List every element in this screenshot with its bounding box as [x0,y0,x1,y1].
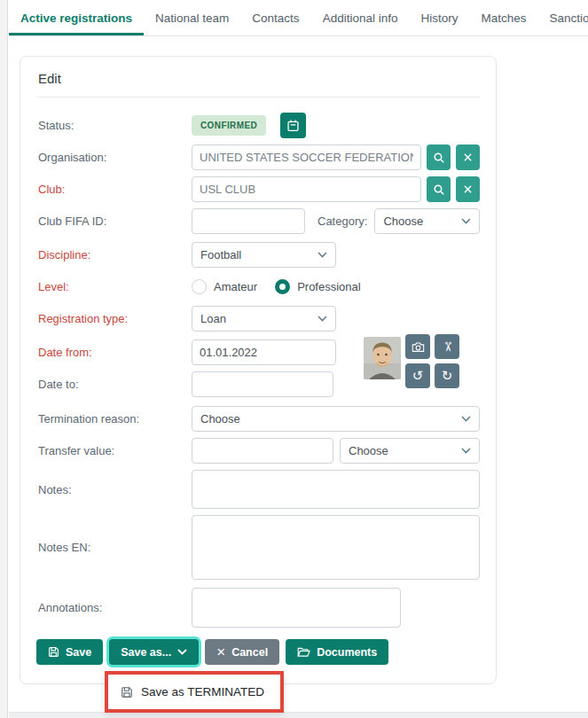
close-icon [462,183,474,195]
discipline-select[interactable]: Football [192,242,336,268]
registration-type-label: Registration type: [36,312,192,325]
close-icon [462,152,474,163]
date-from-input[interactable] [192,339,336,365]
notes-row: Notes: [36,470,480,509]
organisation-label: Organisation: [36,151,192,164]
status-history-button[interactable] [280,113,306,138]
club-row: Club: [36,176,480,202]
camera-icon [412,341,425,353]
photo-crop-button[interactable]: ✂ [435,334,459,359]
radio-professional-label: Professional [297,280,361,293]
transfer-currency-select-value: Choose [349,444,388,457]
save-as-terminated-menu-item[interactable]: Save as TERMINATED [108,675,280,709]
annotations-textarea[interactable] [192,588,401,628]
level-label: Level: [36,280,192,293]
transfer-value-label: Transfer value: [36,444,192,457]
close-icon: × [216,644,225,659]
club-label: Club: [36,183,192,196]
club-fifa-id-row: Club FIFA ID: Category: Choose [36,208,480,234]
photo-rotate-right-button[interactable]: ↻ [435,363,459,388]
date-to-label: Date to: [36,378,192,391]
documents-button[interactable]: Documents [286,639,388,665]
menu-item-label: Save as TERMINATED [141,685,264,698]
registration-type-row: Registration type: Loan [36,306,480,332]
tab-sanctions[interactable]: Sanctions [537,0,588,35]
organisation-clear-button[interactable] [456,144,480,170]
photo-tools: ✂ ↺ ↻ [405,334,459,388]
search-icon [433,183,445,196]
organisation-row: Organisation: [36,144,480,170]
folder-open-icon [297,646,310,658]
save-button[interactable]: Save [36,639,103,665]
status-label: Status: [36,119,192,132]
tab-label: Additional info [323,12,398,25]
photo-rotate-left-button[interactable]: ↺ [405,363,430,388]
divider [36,97,480,98]
level-row: Level: Amateur Professional [36,274,480,300]
rotate-left-icon: ↺ [412,370,424,383]
tab-label: National team [155,12,229,25]
tab-label: Contacts [252,12,299,25]
notes-en-row: Notes EN: [36,515,480,580]
discipline-select-value: Football [200,248,241,261]
chevron-down-icon [461,416,471,422]
termination-reason-row: Termination reason: Choose [36,406,480,432]
tab-national-team[interactable]: National team [144,0,240,35]
tab-matches[interactable]: Matches [469,0,537,35]
termination-reason-select-value: Choose [200,412,240,425]
chevron-down-icon [318,316,327,322]
tab-label: Sanctions [549,12,588,25]
organisation-search-button[interactable] [427,144,451,170]
organisation-input[interactable] [192,144,421,170]
notes-en-textarea[interactable] [192,515,480,580]
notes-en-label: Notes EN: [36,541,192,554]
search-icon [433,152,445,164]
tab-history[interactable]: History [409,0,469,35]
annotations-row: Annotations: [36,588,480,628]
chevron-down-icon [461,218,471,224]
save-button-label: Save [66,646,91,659]
club-clear-button[interactable] [456,176,480,202]
radio-circle-unchecked [192,279,207,294]
radio-amateur[interactable]: Amateur [192,279,257,294]
scissors-icon: ✂ [440,341,453,353]
tab-additional-info[interactable]: Additional info [311,0,410,35]
action-buttons-row: Save Save as... × Cancel Documents [36,639,480,665]
club-input[interactable] [192,176,421,202]
registration-type-select-value: Loan [200,312,226,325]
tab-bar: Active registrations National team Conta… [9,0,588,36]
chevron-down-icon [318,252,327,258]
discipline-label: Discipline: [36,248,192,261]
player-photo [364,337,401,379]
date-to-input[interactable] [192,371,333,397]
transfer-value-row: Transfer value: Choose [36,438,480,464]
tab-label: Matches [481,12,526,25]
notes-label: Notes: [36,483,192,496]
notes-textarea[interactable] [192,470,480,509]
cancel-button-label: Cancel [231,646,268,659]
radio-circle-checked [275,279,290,294]
photo-capture-button[interactable] [405,334,430,359]
transfer-currency-select[interactable]: Choose [340,438,480,464]
category-select-value: Choose [383,215,423,228]
panel-title: Edit [36,69,480,97]
save-icon [121,686,133,698]
club-fifa-id-input[interactable] [192,208,305,234]
club-search-button[interactable] [427,176,451,202]
tab-contacts[interactable]: Contacts [240,0,310,35]
tab-label: History [420,12,458,25]
category-label: Category: [316,215,367,228]
termination-reason-select[interactable]: Choose [192,406,480,432]
cancel-button[interactable]: × Cancel [205,639,279,665]
radio-professional[interactable]: Professional [275,279,361,294]
tab-active-registrations[interactable]: Active registrations [9,0,144,35]
tab-label: Active registrations [20,12,132,25]
calendar-icon [286,119,300,132]
transfer-value-input[interactable] [192,438,333,464]
registration-type-select[interactable]: Loan [192,306,336,332]
save-icon [48,646,59,658]
category-select[interactable]: Choose [374,208,480,234]
annotations-label: Annotations: [36,601,192,614]
save-as-button[interactable]: Save as... [109,639,199,665]
documents-button-label: Documents [317,646,377,659]
